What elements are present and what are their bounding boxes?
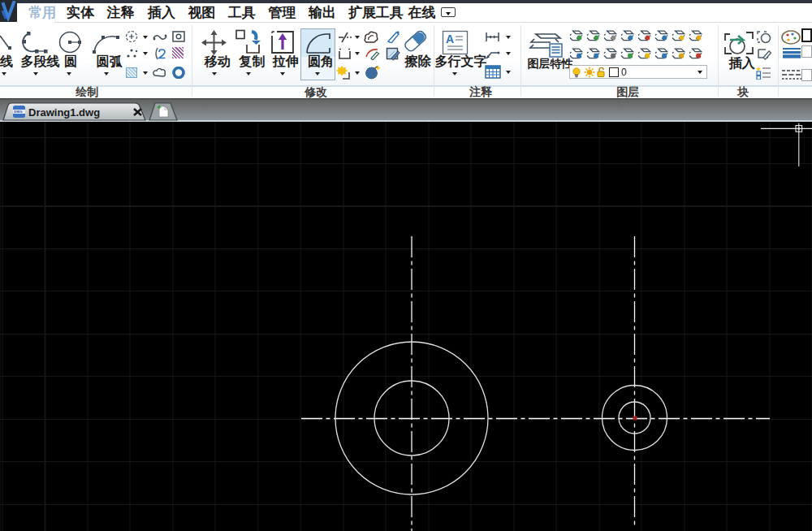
svg-text:Drawing1.dwg: Drawing1.dwg [28, 106, 100, 119]
svg-text:DWG: DWG [14, 110, 22, 114]
svg-text:A: A [446, 32, 454, 45]
